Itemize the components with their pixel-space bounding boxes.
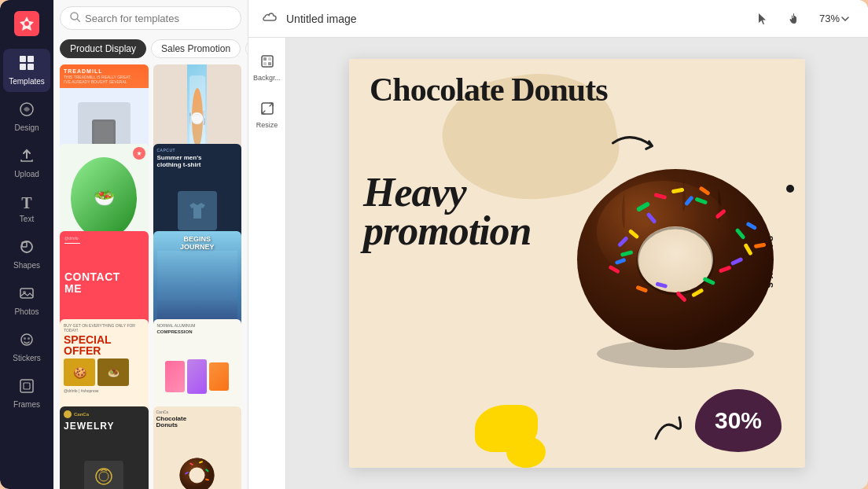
svg-rect-13 <box>20 380 33 392</box>
logo-area <box>13 9 41 38</box>
svg-rect-32 <box>268 57 271 61</box>
svg-point-21 <box>99 472 108 481</box>
sidebar-item-stickers[interactable]: Stickers <box>3 325 50 369</box>
svg-line-16 <box>77 19 80 22</box>
svg-rect-18 <box>94 122 113 145</box>
app-container: Templates Design Upload T Text <box>0 0 868 489</box>
main-area: Untitled image 73% <box>248 0 868 489</box>
canvas-area: Chocolate Donuts SNACKS <box>286 38 868 489</box>
svg-rect-3 <box>20 64 26 70</box>
template-panel: Product Display Sales Promotion B... TRE… <box>53 0 248 489</box>
svg-point-0 <box>24 21 29 26</box>
resize-label: Resize <box>256 121 278 129</box>
tab-sales-promotion[interactable]: Sales Promotion <box>151 39 241 58</box>
cloud-icon <box>261 11 277 27</box>
top-bar-tools: 73% <box>750 6 855 31</box>
hand-tool-button[interactable] <box>782 6 807 31</box>
promo-line2: promotion <box>363 211 531 250</box>
resize-tool-button[interactable]: Resize <box>253 94 281 135</box>
template-grid: TREADMILL THIS TREADMILL IS REALLY GREAT… <box>53 64 248 489</box>
upload-icon <box>19 148 35 167</box>
icon-sidebar: Templates Design Upload T Text <box>0 0 53 489</box>
category-tabs: Product Display Sales Promotion B... <box>53 36 248 64</box>
canvas-title: Chocolate Donuts <box>357 73 766 106</box>
sidebar-item-frames[interactable]: Frames <box>3 372 50 415</box>
sidebar-item-design[interactable]: Design <box>3 95 50 138</box>
zoom-control[interactable]: 73% <box>813 9 855 28</box>
discount-badge: 30% <box>695 389 782 452</box>
background-icon <box>260 54 274 72</box>
promo-line1: Heavy <box>363 173 531 211</box>
svg-rect-4 <box>28 64 34 70</box>
text-icon: T <box>21 194 31 212</box>
yellow-blob-2 <box>506 436 546 468</box>
sidebar-item-frames-label: Frames <box>13 400 40 409</box>
curl-decoration <box>652 411 691 446</box>
sidebar-item-shapes-label: Shapes <box>13 261 40 270</box>
svg-rect-30 <box>262 56 273 67</box>
sidebar-item-text[interactable]: T Text <box>3 188 50 230</box>
sidebar-item-photos-label: Photos <box>14 307 39 316</box>
discount-value: 30% <box>715 407 762 434</box>
shapes-icon <box>19 239 35 259</box>
background-tool-button[interactable]: Backgr... <box>253 47 281 88</box>
sidebar-item-design-label: Design <box>14 123 39 132</box>
sidebar-item-shapes[interactable]: Shapes <box>3 233 50 276</box>
frames-icon <box>19 378 35 398</box>
templates-icon <box>19 55 35 75</box>
svg-rect-8 <box>20 289 33 298</box>
stickers-icon <box>19 332 35 351</box>
canvas-content: Chocolate Donuts SNACKS <box>349 59 805 468</box>
sidebar-item-text-label: Text <box>20 215 34 223</box>
tab-product-display[interactable]: Product Display <box>60 39 146 58</box>
sidebar-item-upload[interactable]: Upload <box>3 142 50 185</box>
sidebar-item-templates[interactable]: Templates <box>3 49 50 92</box>
donut-image <box>561 130 789 373</box>
svg-point-20 <box>96 469 112 484</box>
svg-rect-33 <box>263 62 267 65</box>
svg-rect-34 <box>268 62 271 65</box>
top-bar: Untitled image 73% <box>248 0 868 38</box>
zoom-value: 73% <box>819 13 840 24</box>
search-input[interactable] <box>85 13 231 24</box>
svg-rect-2 <box>28 56 34 62</box>
search-icon <box>70 12 80 24</box>
sidebar-item-stickers-label: Stickers <box>13 354 41 362</box>
svg-rect-31 <box>263 57 267 61</box>
sidebar-item-templates-label: Templates <box>9 77 45 86</box>
search-bar <box>60 6 241 30</box>
pointer-tool-button[interactable] <box>750 6 775 31</box>
canvas-card: Chocolate Donuts SNACKS <box>349 59 805 468</box>
svg-point-24 <box>189 467 205 483</box>
background-label: Backgr... <box>253 74 281 82</box>
side-tools: Backgr... Resize <box>248 38 286 489</box>
photos-icon <box>19 285 35 305</box>
doc-title: Untitled image <box>286 13 357 25</box>
sidebar-item-upload-label: Upload <box>14 170 39 178</box>
template-thumb-jewelry[interactable]: CanCa JEWELRY <box>60 406 149 489</box>
svg-rect-14 <box>24 383 30 389</box>
resize-icon <box>260 101 274 119</box>
sidebar-item-photos[interactable]: Photos <box>3 279 50 322</box>
app-logo <box>14 11 39 36</box>
svg-point-11 <box>24 337 26 340</box>
svg-point-12 <box>28 337 30 340</box>
design-icon <box>19 101 35 121</box>
tab-b[interactable]: B... <box>245 39 248 58</box>
svg-rect-1 <box>20 56 26 62</box>
template-thumb-chocolate-donuts[interactable]: CanCa ChocolateDonuts <box>153 406 242 489</box>
canvas-and-tools: Backgr... Resize <box>248 38 868 489</box>
promo-text-block: Heavy promotion <box>363 173 531 251</box>
